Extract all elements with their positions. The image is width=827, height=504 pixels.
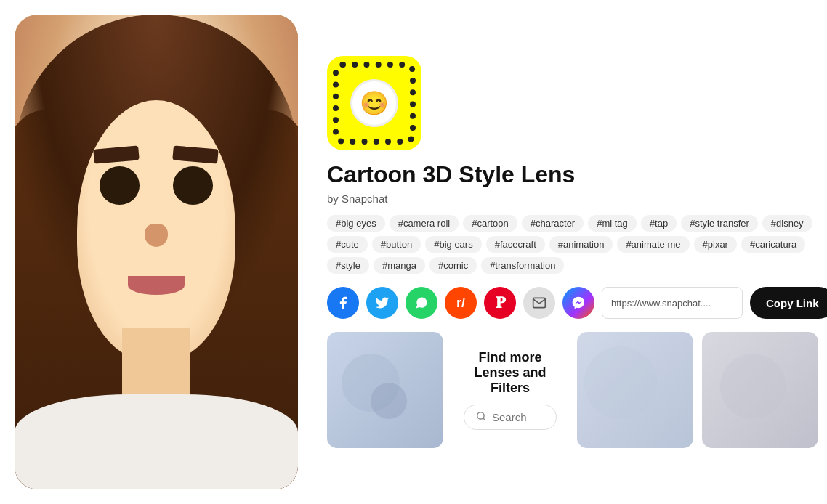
find-more-title: Find more Lenses and Filters xyxy=(464,350,557,396)
find-more-thumbnail: Find more Lenses and Filters xyxy=(452,332,568,448)
content-panel: 😊 Cartoon 3D Style Lens by Snapchat #big… xyxy=(327,41,827,463)
search-icon xyxy=(476,411,486,423)
thumbnails-row: Find more Lenses and Filters xyxy=(327,332,827,448)
tag[interactable]: #cartoon xyxy=(463,215,517,232)
share-row: r/ 𝐏 Copy Link xyxy=(327,287,827,319)
snapcode-face-icon: 😊 xyxy=(360,89,389,117)
tag[interactable]: #transformation xyxy=(481,257,564,274)
tag[interactable]: #animation xyxy=(549,236,613,253)
tag[interactable]: #manga xyxy=(374,257,425,274)
email-share-button[interactable] xyxy=(523,287,555,319)
tag[interactable]: #character xyxy=(522,215,584,232)
tag[interactable]: #animate me xyxy=(617,236,689,253)
tag[interactable]: #pixar xyxy=(694,236,737,253)
snapcode-face: 😊 xyxy=(352,81,396,125)
svg-point-0 xyxy=(477,412,484,419)
phone-preview xyxy=(15,15,298,489)
thumbnail-3 xyxy=(577,332,693,448)
link-input[interactable] xyxy=(602,287,743,319)
tag[interactable]: #facecraft xyxy=(486,236,545,253)
tag[interactable]: #comic xyxy=(429,257,477,274)
tag[interactable]: #ml tag xyxy=(588,215,637,232)
tag[interactable]: #big eyes xyxy=(327,215,385,232)
thumbnail-4 xyxy=(702,332,818,448)
tag[interactable]: #button xyxy=(372,236,421,253)
tag[interactable]: #style xyxy=(327,257,369,274)
thumbnail-1 xyxy=(327,332,443,448)
twitter-share-button[interactable] xyxy=(366,287,398,319)
search-bar[interactable] xyxy=(464,405,557,430)
tag[interactable]: #tap xyxy=(641,215,677,232)
snapcode: 😊 xyxy=(327,56,421,150)
svg-line-1 xyxy=(483,418,485,420)
whatsapp-share-button[interactable] xyxy=(406,287,437,319)
tag[interactable]: #style transfer xyxy=(681,215,758,232)
lens-title: Cartoon 3D Style Lens xyxy=(327,160,827,188)
messenger-share-button[interactable] xyxy=(562,287,594,319)
pinterest-share-button[interactable]: 𝐏 xyxy=(484,287,516,319)
copy-link-button[interactable]: Copy Link xyxy=(750,287,827,319)
lens-author: by Snapchat xyxy=(327,192,827,205)
tag[interactable]: #big ears xyxy=(425,236,481,253)
facebook-share-button[interactable] xyxy=(327,287,359,319)
tags-container: #big eyes#camera roll#cartoon#character#… xyxy=(327,215,827,274)
tag[interactable]: #camera roll xyxy=(390,215,459,232)
tag[interactable]: #disney xyxy=(762,215,812,232)
search-input[interactable] xyxy=(492,411,544,423)
tag[interactable]: #cute xyxy=(327,236,368,253)
tag[interactable]: #caricatura xyxy=(741,236,805,253)
reddit-share-button[interactable]: r/ xyxy=(445,287,477,319)
lens-preview-image xyxy=(15,15,298,489)
